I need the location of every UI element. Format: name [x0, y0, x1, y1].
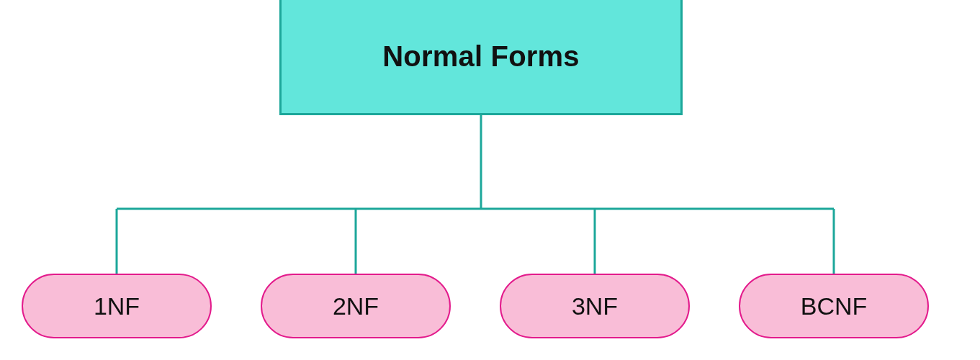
child-node-label: 2NF: [333, 292, 379, 320]
root-node-normal-forms: Normal Forms: [279, 0, 683, 115]
child-node-3nf: 3NF: [500, 274, 690, 338]
root-node-label: Normal Forms: [382, 40, 580, 73]
child-node-1nf: 1NF: [22, 274, 212, 338]
child-node-2nf: 2NF: [261, 274, 451, 338]
child-node-bcnf: BCNF: [739, 274, 929, 338]
child-node-label: 1NF: [94, 292, 140, 320]
child-node-label: 3NF: [572, 292, 618, 320]
child-node-label: BCNF: [801, 292, 868, 320]
